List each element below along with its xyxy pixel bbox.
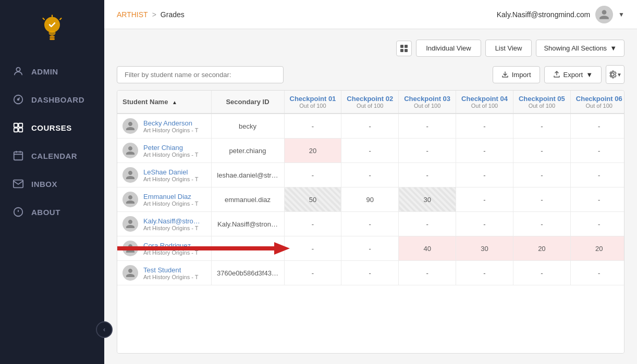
score-cell[interactable]: -: [570, 187, 624, 212]
score-cell[interactable]: -: [341, 163, 399, 187]
secondary-id-cell: emmanuel.diaz: [211, 187, 284, 212]
settings-button[interactable]: ▼: [606, 65, 624, 84]
col-cp03-title: Checkpoint 03: [404, 95, 450, 103]
score-cell[interactable]: -: [284, 261, 341, 285]
score-cell[interactable]: 30: [399, 187, 456, 212]
grades-icon-button[interactable]: [396, 41, 412, 56]
sidebar-item-calendar[interactable]: CALENDAR: [0, 142, 104, 170]
list-view-button[interactable]: List View: [485, 40, 532, 57]
export-label: Export: [564, 71, 583, 79]
table-controls: Import Export ▼ ▼: [117, 65, 624, 84]
score-cell[interactable]: -: [456, 212, 513, 236]
score-cell[interactable]: -: [570, 139, 624, 163]
import-button[interactable]: Import: [493, 66, 540, 83]
score-cell[interactable]: -: [570, 163, 624, 187]
score-cell[interactable]: -: [456, 139, 513, 163]
score-cell[interactable]: -: [456, 163, 513, 187]
view-controls: Individual View List View Showing All Se…: [117, 40, 624, 57]
filter-input[interactable]: [117, 66, 284, 83]
export-button[interactable]: Export ▼: [544, 66, 602, 83]
score-cell[interactable]: -: [513, 163, 570, 187]
student-name-label[interactable]: Test Student: [143, 266, 199, 274]
score-cell[interactable]: -: [513, 139, 570, 163]
col-cp04-title: Checkpoint 04: [461, 95, 508, 103]
col-cp03: Checkpoint 03 Out of 100: [399, 91, 456, 114]
grades-grid-icon: [400, 44, 408, 53]
inbox-icon: [13, 178, 24, 190]
score-cell[interactable]: -: [456, 261, 513, 285]
score-cell[interactable]: -: [284, 114, 341, 139]
student-name-label[interactable]: Emmanuel Diaz: [143, 193, 199, 200]
topbar: ARTHIST > Grades Kaly.Nasiff@strongmind.…: [104, 0, 637, 29]
score-cell[interactable]: -: [570, 212, 624, 236]
score-cell[interactable]: -: [456, 114, 513, 139]
score-cell[interactable]: 20: [513, 236, 570, 261]
score-cell[interactable]: -: [399, 212, 456, 236]
score-cell[interactable]: -: [399, 139, 456, 163]
student-name-label[interactable]: Becky Anderson: [143, 119, 199, 127]
score-cell[interactable]: -: [399, 114, 456, 139]
sidebar-item-dashboard[interactable]: DASHBOARD: [0, 85, 104, 114]
svg-rect-12: [19, 128, 22, 132]
sidebar-toggle-button[interactable]: ‹: [96, 321, 113, 338]
individual-view-button[interactable]: Individual View: [416, 40, 481, 57]
student-name-label[interactable]: Peter Chiang: [143, 144, 199, 152]
student-avatar-icon: [125, 243, 136, 254]
student-name-label[interactable]: Cora Rodriguez: [143, 242, 199, 249]
score-cell[interactable]: -: [284, 212, 341, 236]
settings-gear-icon: [608, 70, 617, 79]
score-cell[interactable]: 20: [284, 139, 341, 163]
col-student-name[interactable]: Student Name ▲: [117, 91, 211, 114]
score-cell[interactable]: -: [341, 139, 399, 163]
score-cell[interactable]: -: [341, 236, 399, 261]
breadcrumb-link[interactable]: ARTHIST: [117, 10, 148, 19]
score-cell[interactable]: -: [513, 187, 570, 212]
student-name-label[interactable]: LeShae Daniel: [143, 168, 199, 176]
col-cp02-subtitle: Out of 100: [347, 103, 393, 109]
student-cell: LeShae Daniel Art History Origins - T: [123, 167, 206, 183]
score-cell[interactable]: 90: [341, 187, 399, 212]
student-info: Kaly.Nasiff@stro… Art History Origins - …: [143, 217, 200, 231]
score-cell[interactable]: -: [513, 114, 570, 139]
svg-rect-1: [50, 36, 55, 37]
main-content: ARTHIST > Grades Kaly.Nasiff@strongmind.…: [104, 0, 637, 364]
student-info: Emmanuel Diaz Art History Origins - T: [143, 193, 199, 207]
score-cell[interactable]: 20: [570, 236, 624, 261]
student-course-label: Art History Origins - T: [143, 274, 199, 280]
score-cell[interactable]: -: [284, 236, 341, 261]
sidebar-item-about[interactable]: ABOUT: [0, 198, 104, 226]
showing-all-sections-button[interactable]: Showing All Sections ▼: [536, 40, 624, 57]
score-cell[interactable]: -: [284, 163, 341, 187]
col-cp06-title: Checkpoint 06: [576, 95, 622, 103]
score-cell[interactable]: -: [570, 114, 624, 139]
score-cell[interactable]: -: [456, 187, 513, 212]
score-cell[interactable]: 40: [399, 236, 456, 261]
student-cell: Kaly.Nasiff@stro… Art History Origins - …: [123, 216, 206, 232]
student-info: LeShae Daniel Art History Origins - T: [143, 168, 199, 182]
secondary-id-cell: 3760e0b586d3f43…: [211, 261, 284, 285]
col-cp05-title: Checkpoint 05: [519, 95, 565, 103]
score-cell[interactable]: -: [570, 261, 624, 285]
score-cell[interactable]: -: [341, 114, 399, 139]
sidebar-item-inbox[interactable]: INBOX: [0, 170, 104, 198]
score-cell[interactable]: -: [341, 261, 399, 285]
table-actions: Import Export ▼ ▼: [493, 65, 624, 84]
score-cell[interactable]: 30: [456, 236, 513, 261]
score-cell[interactable]: -: [399, 261, 456, 285]
score-cell[interactable]: -: [341, 212, 399, 236]
score-cell[interactable]: -: [513, 212, 570, 236]
student-course-label: Art History Origins - T: [143, 200, 199, 207]
sidebar-item-courses[interactable]: COURSES: [0, 114, 104, 142]
settings-chevron-icon: ▼: [617, 72, 622, 78]
student-info: Cora Rodriguez Art History Origins - T: [143, 242, 199, 256]
score-cell[interactable]: 50: [284, 187, 341, 212]
sidebar-item-admin[interactable]: ADMIN: [0, 57, 104, 85]
breadcrumb-current: Grades: [161, 10, 185, 19]
score-cell[interactable]: -: [399, 163, 456, 187]
student-name-label[interactable]: Kaly.Nasiff@stro…: [143, 217, 200, 225]
student-avatar-icon: [125, 145, 136, 156]
avatar: [595, 6, 613, 23]
score-cell[interactable]: -: [513, 261, 570, 285]
table-body: Becky Anderson Art History Origins - T b…: [117, 114, 624, 285]
user-menu-chevron-icon[interactable]: ▼: [618, 11, 624, 18]
